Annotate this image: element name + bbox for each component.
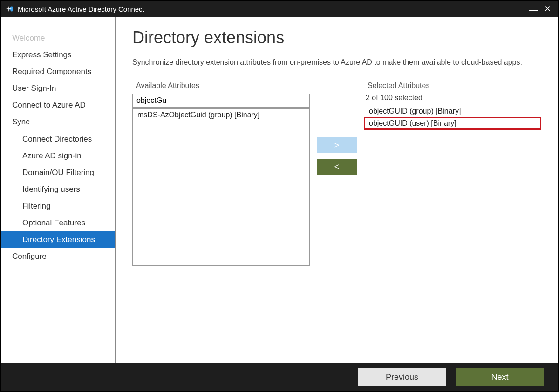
sidebar-item[interactable]: Domain/OU Filtering <box>1 164 115 181</box>
selected-column: Selected Attributes 2 of 100 selected ob… <box>364 81 541 263</box>
sidebar-item[interactable]: Filtering <box>1 198 115 215</box>
footer: Previous Next <box>1 363 558 391</box>
selected-count: 2 of 100 selected <box>364 94 541 102</box>
sidebar-item[interactable]: Identifying users <box>1 181 115 198</box>
attribute-picker: Available Attributes msDS-AzObjectGuid (… <box>132 81 541 266</box>
close-button[interactable]: ✕ <box>540 5 554 13</box>
app-icon <box>5 5 13 13</box>
page-title: Directory extensions <box>132 28 541 47</box>
main-panel: Directory extensions Synchronize directo… <box>116 17 558 363</box>
available-column: Available Attributes msDS-AzObjectGuid (… <box>132 81 310 266</box>
sidebar-item[interactable]: Connect to Azure AD <box>1 97 115 114</box>
move-controls: > < <box>310 81 364 175</box>
selected-label: Selected Attributes <box>364 81 541 90</box>
previous-button[interactable]: Previous <box>358 368 446 386</box>
search-input[interactable] <box>132 94 310 108</box>
sidebar-item[interactable]: Connect Directories <box>1 131 115 148</box>
list-item[interactable]: objectGUID (group) [Binary] <box>364 105 541 117</box>
minimize-button[interactable]: — <box>526 6 540 14</box>
list-item[interactable]: msDS-AzObjectGuid (group) [Binary] <box>133 109 309 121</box>
page-description: Synchronize directory extension attribut… <box>132 57 541 68</box>
available-listbox[interactable]: msDS-AzObjectGuid (group) [Binary] <box>132 108 310 266</box>
selected-listbox[interactable]: objectGUID (group) [Binary]objectGUID (u… <box>364 105 541 263</box>
sidebar-item[interactable]: User Sign-In <box>1 80 115 97</box>
sidebar-item: Welcome <box>1 30 115 47</box>
remove-attribute-button[interactable]: < <box>317 159 357 175</box>
content-area: WelcomeExpress SettingsRequired Componen… <box>1 17 558 363</box>
sidebar-item[interactable]: Express Settings <box>1 47 115 63</box>
sidebar-item[interactable]: Azure AD sign-in <box>1 148 115 164</box>
sidebar-item[interactable]: Configure <box>1 248 115 265</box>
window-title: Microsoft Azure Active Directory Connect <box>18 5 526 13</box>
titlebar: Microsoft Azure Active Directory Connect… <box>1 1 558 17</box>
next-button[interactable]: Next <box>456 368 544 386</box>
sidebar-item[interactable]: Optional Features <box>1 215 115 231</box>
sidebar-item[interactable]: Sync <box>1 114 115 130</box>
sidebar: WelcomeExpress SettingsRequired Componen… <box>1 17 116 363</box>
sidebar-item[interactable]: Directory Extensions <box>1 231 115 248</box>
available-label: Available Attributes <box>132 81 310 90</box>
list-item[interactable]: objectGUID (user) [Binary] <box>364 117 541 129</box>
sidebar-item[interactable]: Required Components <box>1 63 115 80</box>
svg-rect-2 <box>7 8 12 9</box>
add-attribute-button[interactable]: > <box>317 137 357 153</box>
